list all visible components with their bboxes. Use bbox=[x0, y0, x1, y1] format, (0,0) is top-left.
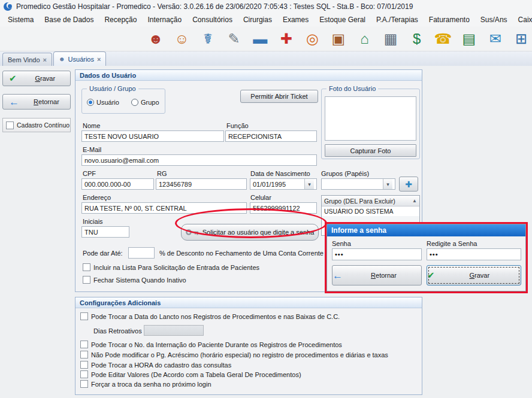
app-logo-icon bbox=[3, 2, 13, 11]
trocar-hora-checkbox[interactable]: Pode Trocar a HORA do cadastro das consu… bbox=[80, 361, 231, 369]
cpf-value: 000.000.000-00 bbox=[84, 181, 131, 188]
receituario-icon[interactable]: ✎ bbox=[223, 28, 245, 50]
celular-input[interactable]: 5562999991122 bbox=[250, 202, 317, 214]
menu-cirurgias[interactable]: Cirurgias bbox=[238, 14, 277, 26]
menu-caixa[interactable]: Caixa bbox=[513, 14, 532, 26]
data-nascimento-combobox[interactable]: 01/01/1995 ▾ bbox=[250, 178, 317, 190]
estoque-icon[interactable]: ▣ bbox=[328, 28, 349, 50]
checkbox-box[interactable] bbox=[80, 361, 88, 369]
grupos-papeis-combobox[interactable]: ▾ bbox=[321, 178, 395, 190]
forcar-troca-senha-checkbox[interactable]: Forçar a troca da senha no próximo login bbox=[80, 380, 211, 388]
tab-usuarios[interactable]: ☻ Usuários × bbox=[53, 51, 106, 66]
checkbox-box[interactable] bbox=[83, 276, 90, 284]
medico-icon[interactable]: ☤ bbox=[197, 28, 219, 50]
checkbox-box[interactable] bbox=[80, 351, 88, 358]
faturamento-icon[interactable]: ⌂ bbox=[354, 28, 376, 50]
permitir-abrir-ticket-button[interactable]: Permitir Abrir Ticket bbox=[240, 90, 318, 103]
usuario-radio[interactable]: Usuário bbox=[87, 99, 119, 106]
metas-icon[interactable]: ◎ bbox=[302, 28, 324, 50]
endereco-input[interactable]: RUA TESTE, Nº 00, ST. CENTRAL bbox=[81, 202, 247, 214]
menu-faturamento[interactable]: Faturamento bbox=[424, 14, 475, 26]
trocar-data-lancto-checkbox[interactable]: Pode Trocar a Data do Lancto nos Registr… bbox=[80, 312, 340, 320]
celular-value: 5562999991122 bbox=[253, 205, 300, 212]
pacientes-icon[interactable]: ☻ bbox=[145, 28, 167, 50]
user-photo-area[interactable] bbox=[325, 96, 416, 141]
senha-gravar-button[interactable]: ✔ Gravar bbox=[427, 265, 521, 285]
email-value: novo.usuario@email.com bbox=[84, 157, 159, 164]
menu-sus-ans[interactable]: Sus/Ans bbox=[475, 14, 513, 26]
recepcao-icon[interactable]: ☺ bbox=[171, 28, 193, 50]
grupo-list-header-label: Grupo (DEL Para Excluir) bbox=[324, 198, 395, 205]
ticket-button-label: Permitir Abrir Ticket bbox=[250, 93, 307, 100]
ambulancia-icon[interactable]: ✚ bbox=[276, 28, 297, 50]
grupo-radio-label: Grupo bbox=[141, 99, 159, 106]
senha-retornar-button[interactable]: ← Retornar bbox=[332, 265, 422, 285]
checkbox-box[interactable] bbox=[80, 380, 88, 388]
chevron-down-icon[interactable]: ▾ bbox=[383, 179, 392, 189]
checkbox-box[interactable] bbox=[83, 263, 90, 271]
menu-sistema[interactable]: Sistema bbox=[2, 14, 39, 26]
nome-input[interactable]: TESTE NOVO USUARIO bbox=[81, 130, 224, 142]
nao-modificar-acrescimo-checkbox[interactable]: Não Pode modificar o Pg. Acréscimo (horá… bbox=[80, 351, 388, 358]
trocar-data-lancto-label: Pode Trocar a Data do Lancto nos Registr… bbox=[91, 313, 340, 320]
usuario-radio-label: Usuário bbox=[96, 99, 119, 106]
cofre-icon[interactable]: ▦ bbox=[380, 28, 401, 50]
checkbox-box[interactable] bbox=[6, 121, 14, 129]
trocar-hora-label: Pode Trocar a HORA do cadastro das consu… bbox=[91, 361, 231, 369]
radio-dot[interactable] bbox=[131, 99, 138, 106]
rg-input[interactable]: 123456789 bbox=[156, 178, 247, 190]
menu-recepcao[interactable]: Recepção bbox=[99, 14, 142, 26]
senha-input[interactable]: ••• bbox=[332, 248, 422, 260]
menu-exames[interactable]: Exames bbox=[277, 14, 314, 26]
redigite-senha-input[interactable]: ••• bbox=[427, 248, 521, 260]
menu-internacao[interactable]: Internação bbox=[142, 14, 187, 26]
desconto-input[interactable] bbox=[128, 247, 155, 259]
editar-valores-checkbox[interactable]: Pode Editar Valores (De Acordo com a Tab… bbox=[80, 370, 301, 378]
editar-valores-label: Pode Editar Valores (De Acordo com a Tab… bbox=[91, 371, 301, 378]
iniciais-label: Iniciais bbox=[83, 218, 103, 225]
endereco-label: Endereço bbox=[83, 194, 111, 201]
cadastro-continuo-checkbox[interactable]: Cadastro Contínuo bbox=[2, 118, 71, 132]
menu-base-de-dados[interactable]: Base de Dados bbox=[39, 14, 99, 26]
grupos-papeis-label: Grupos (Papéis) bbox=[321, 170, 369, 177]
tab-label: Usuários bbox=[68, 56, 94, 63]
tab-bem-vindo[interactable]: Bem Vindo × bbox=[2, 53, 52, 66]
panel-title: Configurações Adicionais bbox=[75, 297, 422, 308]
grupo-list-header[interactable]: Grupo (DEL Para Excluir) ▲ bbox=[322, 196, 419, 206]
checkbox-box[interactable] bbox=[80, 370, 88, 378]
funcao-input[interactable]: RECEPCIONISTA bbox=[225, 130, 317, 142]
capturar-foto-button[interactable]: Capturar Foto bbox=[325, 144, 416, 157]
menu-pa-terapias[interactable]: P.A./Terapias bbox=[371, 14, 424, 26]
menu-estoque-geral[interactable]: Estoque Geral bbox=[314, 14, 371, 26]
leitos-icon[interactable]: ▬ bbox=[249, 28, 271, 50]
checkbox-box[interactable] bbox=[80, 312, 88, 320]
rg-value: 123456789 bbox=[159, 181, 192, 188]
grupo-radio[interactable]: Grupo bbox=[131, 99, 159, 106]
cpf-input[interactable]: 000.000.000-00 bbox=[81, 178, 154, 190]
telefonia-icon[interactable]: ☎ bbox=[433, 28, 454, 50]
chevron-down-icon[interactable]: ▾ bbox=[304, 179, 314, 189]
dias-retroativos-input[interactable] bbox=[144, 325, 204, 336]
retornar-button[interactable]: ← Retornar bbox=[2, 94, 71, 110]
solicitar-senha-button[interactable]: Solicitar ao usuário que digite a senha bbox=[181, 224, 319, 241]
checkbox-box[interactable] bbox=[80, 341, 88, 348]
fechar-sistema-checkbox[interactable]: Fechar Sistema Quando Inativo bbox=[83, 276, 186, 284]
radio-dot[interactable] bbox=[87, 99, 94, 106]
chat-icon[interactable]: ✉ bbox=[485, 28, 506, 50]
adicionar-grupo-button[interactable]: ✚ bbox=[399, 177, 418, 192]
agenda-icon[interactable]: ▤ bbox=[458, 28, 480, 50]
gravar-button[interactable]: ✔ Gravar bbox=[2, 71, 71, 86]
trocar-internacao-checkbox[interactable]: Pode Trocar o No. da Internação do Pacie… bbox=[80, 341, 342, 348]
menu-consultorios[interactable]: Consultórios bbox=[187, 14, 238, 26]
caixa-icon[interactable]: $ bbox=[406, 28, 428, 50]
close-icon[interactable]: × bbox=[43, 56, 47, 63]
list-item[interactable]: USUÁRIO DO SISTEMA bbox=[322, 206, 419, 216]
senha-gravar-label: Gravar bbox=[469, 272, 489, 279]
sort-up-icon[interactable]: ▲ bbox=[412, 198, 417, 203]
iniciais-input[interactable]: TNU bbox=[81, 226, 129, 238]
close-icon[interactable]: × bbox=[97, 56, 101, 63]
email-input[interactable]: novo.usuario@email.com bbox=[81, 154, 317, 166]
pode-dar-ate-label: Pode dar Até: bbox=[83, 250, 123, 257]
janelas-icon[interactable]: ⊞ bbox=[510, 28, 532, 50]
incluir-lista-checkbox[interactable]: Incluir na Lista Para Solicitação de Ent… bbox=[83, 263, 259, 271]
